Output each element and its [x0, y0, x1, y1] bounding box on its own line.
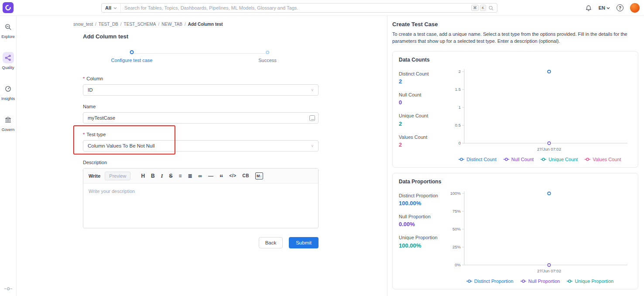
svg-text:25%: 25%: [452, 244, 461, 249]
data-point: [548, 192, 550, 195]
submit-button[interactable]: Submit: [289, 237, 319, 248]
stat: Distinct Proportion100.00%: [399, 193, 442, 207]
legend-label: Distinct Proportion: [474, 279, 514, 284]
name-field: [83, 112, 319, 124]
bold-icon[interactable]: B: [151, 173, 155, 179]
chevron-down-icon: ∨: [311, 88, 314, 92]
insights-icon: [3, 83, 14, 94]
legend-item[interactable]: Null Proportion: [520, 279, 560, 284]
metric-card: Data CountsDistinct Count2Null Count0Uni…: [392, 51, 638, 168]
input-suffix-icon[interactable]: [309, 115, 315, 121]
legend-label: Distinct Count: [466, 157, 496, 162]
language-select[interactable]: EN: [599, 5, 610, 10]
svg-text:100%: 100%: [450, 191, 461, 196]
sidebar-item-govern[interactable]: Govern: [0, 114, 16, 132]
code-icon[interactable]: </>: [230, 173, 236, 179]
chart-legend: Distinct ProportionNull ProportionUnique…: [446, 279, 634, 284]
breadcrumb-item[interactable]: TEST_SCHEMA: [124, 22, 156, 27]
user-avatar[interactable]: [630, 3, 640, 13]
name-label: Name: [83, 103, 319, 110]
strikethrough-icon[interactable]: S: [169, 173, 172, 179]
horizontal-rule-icon[interactable]: —: [208, 173, 213, 179]
legend-marker-icon: [540, 157, 547, 162]
test-type-select[interactable]: Column Values To Be Not Null ∨: [83, 140, 319, 151]
description-textarea[interactable]: Write your description: [83, 183, 318, 228]
markdown-icon[interactable]: M↓: [255, 172, 263, 179]
data-point: [548, 264, 550, 266]
legend-item[interactable]: Distinct Count: [458, 157, 496, 162]
test-type-label-text: Test type: [86, 132, 106, 137]
keyboard-shortcut-key: ⌘: [471, 5, 479, 11]
search-scope-select[interactable]: All: [102, 3, 121, 12]
stat: Null Proportion0.00%: [399, 213, 442, 227]
tab-write[interactable]: Write: [89, 173, 100, 179]
quote-icon[interactable]: “: [219, 176, 223, 179]
required-marker: *: [83, 76, 85, 81]
sidebar-item-label: Quality: [2, 65, 14, 70]
legend-item[interactable]: Null Count: [503, 157, 534, 162]
breadcrumb-item[interactable]: snow_test: [73, 22, 93, 27]
data-point: [548, 142, 550, 145]
card-title: Data Proportions: [399, 179, 632, 185]
language-value: EN: [599, 5, 605, 10]
search-scope-value: All: [105, 5, 111, 10]
breadcrumb-item[interactable]: TEST_DB: [99, 22, 118, 27]
main-content: snow_test/TEST_DB/TEST_SCHEMA/NEW_TAB/Ad…: [17, 16, 387, 296]
numbered-list-icon[interactable]: ≣: [188, 173, 192, 179]
chevron-down-icon: ∨: [311, 144, 314, 148]
heading-icon[interactable]: H: [141, 173, 145, 179]
sidebar-bottom-icon[interactable]: [4, 285, 12, 293]
svg-text:27/Jun 07:02: 27/Jun 07:02: [537, 147, 561, 151]
legend-label: Values Count: [593, 157, 621, 162]
legend-item[interactable]: Distinct Proportion: [466, 279, 514, 284]
search-input[interactable]: [121, 5, 471, 10]
explore-icon: [3, 21, 14, 32]
stat-value: 100.00%: [399, 200, 442, 207]
notifications-bell-icon[interactable]: [585, 4, 592, 12]
italic-icon[interactable]: I: [161, 173, 163, 179]
sidebar-item-label: Insights: [1, 96, 15, 101]
back-button[interactable]: Back: [259, 237, 283, 248]
search-right-controls: ⌘K: [471, 5, 497, 11]
svg-text:0: 0: [459, 141, 461, 145]
tab-preview[interactable]: Preview: [105, 172, 130, 180]
panel-description: To create a test case, add a unique name…: [392, 31, 638, 45]
bullet-list-icon[interactable]: ≡: [178, 173, 182, 179]
stat-label: Null Count: [399, 92, 442, 98]
legend-item[interactable]: Values Count: [584, 157, 621, 162]
breadcrumb-separator: /: [95, 22, 96, 27]
legend-item[interactable]: Unique Proportion: [566, 279, 613, 284]
breadcrumb-separator: /: [185, 22, 186, 27]
description-editor: Write Preview HBIS≡≣∞—“</>CBM↓ Write you…: [83, 168, 319, 228]
search-icon[interactable]: [488, 5, 494, 11]
openmetadata-logo-icon[interactable]: [3, 2, 14, 13]
sidebar-item-insights[interactable]: Insights: [0, 83, 16, 101]
card-title: Data Counts: [399, 57, 632, 63]
sidebar-item-quality[interactable]: Quality: [0, 52, 16, 70]
code-block-icon[interactable]: CB: [243, 173, 249, 179]
breadcrumb-item[interactable]: NEW_TAB: [161, 22, 182, 27]
column-label-text: Column: [86, 76, 103, 81]
svg-text:0%: 0%: [455, 262, 461, 267]
stat: Distinct Count2: [399, 71, 442, 85]
link-icon[interactable]: ∞: [199, 173, 202, 179]
stat-label: Values Count: [399, 134, 442, 140]
stat-label: Distinct Count: [399, 71, 442, 77]
svg-text:1.5: 1.5: [455, 87, 461, 92]
sidebar-item-label: Govern: [2, 127, 15, 132]
test-type-select-value: Column Values To Be Not Null: [88, 143, 155, 148]
help-icon[interactable]: ?: [617, 4, 623, 11]
name-input[interactable]: [83, 112, 319, 124]
left-sidebar: ExploreQualityInsightsGovern: [0, 16, 17, 296]
column-select[interactable]: ID ∨: [83, 84, 319, 96]
legend-marker-icon: [503, 157, 510, 162]
metric-cards: Data CountsDistinct Count2Null Count0Uni…: [392, 51, 638, 289]
description-label-text: Description: [83, 160, 107, 165]
svg-text:2: 2: [459, 69, 461, 74]
sidebar-item-explore[interactable]: Explore: [0, 21, 16, 39]
legend-item[interactable]: Unique Count: [540, 157, 578, 162]
column-label: *Column: [83, 76, 319, 82]
right-panel: Create Test Case To create a test case, …: [388, 16, 644, 296]
step-label: Configure test case: [111, 58, 153, 63]
scatter-chart: 0%25%50%75%100%27/Jun 07:02: [446, 189, 634, 276]
